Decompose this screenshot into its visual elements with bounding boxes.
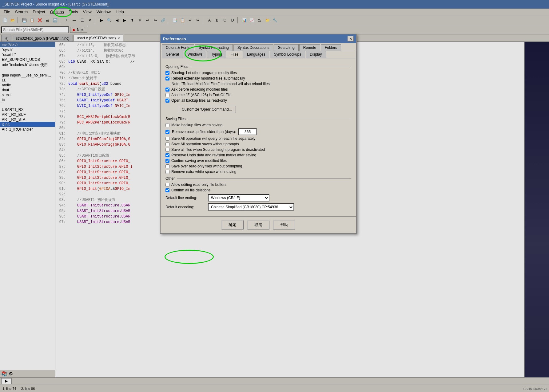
cb-preserve-undo-row: Preserve Undo data and revision marks af… xyxy=(165,153,351,157)
cb-assume-eof-row: Assume ^Z (ASCII 26) is End-Of-File xyxy=(165,93,351,97)
cb-remove-backup[interactable] xyxy=(165,130,169,134)
cb-save-all-query[interactable] xyxy=(165,137,169,141)
encoding-select[interactable]: Chinese Simplified (GB18030) CP:54936 UT… xyxy=(208,203,294,211)
tab-searching[interactable]: Searching xyxy=(274,44,299,51)
cb-confirm-deletions-row: Confirm all file deletions xyxy=(165,188,351,192)
preferences-dialog: Preferences ✕ Colors & Fonts Syntax Form… xyxy=(160,34,357,234)
tab-languages[interactable]: Languages xyxy=(243,51,269,58)
cb-save-all-query-row: Save All operation will query on each fi… xyxy=(165,136,351,141)
cb-confirm-saving-row: Confirm saving over modified files xyxy=(165,159,351,163)
saving-files-title: Saving Files xyxy=(165,117,185,121)
cb-remove-whitespace-label: Remove extra white space when saving xyxy=(171,170,236,174)
cb-save-readonly[interactable] xyxy=(165,164,169,168)
cb-make-backup-label: Make backup files when saving xyxy=(171,123,222,127)
cb-assume-eof-label: Assume ^Z (ASCII 26) is End-Of-File xyxy=(171,93,232,97)
other-line xyxy=(177,178,351,179)
customize-open-button[interactable]: Customize 'Open' Command... xyxy=(178,106,236,113)
remove-backup-row: Remove backup files older than (days): xyxy=(165,128,351,135)
cb-remove-whitespace[interactable] xyxy=(165,170,169,174)
backup-days-input[interactable] xyxy=(238,128,257,135)
dialog-title: Preferences xyxy=(163,37,348,41)
encoding-label: Default encoding: xyxy=(165,205,205,209)
dialog-tabs-row1: Colors & Fonts Syntax Formatting Syntax … xyxy=(161,43,356,51)
cb-allow-edit-readonly-row: Allow editing read-only file buffers xyxy=(165,182,351,187)
customize-btn-container: Customize 'Open' Command... xyxy=(172,104,351,114)
help-button[interactable]: 帮助 xyxy=(273,220,295,229)
dialog-content: Opening Files Sharing: Let other program… xyxy=(161,58,356,216)
reload-note: Note: "Reload Modified Files" command wi… xyxy=(172,82,351,86)
cb-remove-whitespace-row: Remove extra white space when saving xyxy=(165,170,351,174)
line-ending-select[interactable]: Windows (CR/LF) Unix (LF) Mac (CR) xyxy=(208,194,269,202)
cb-confirm-saving[interactable] xyxy=(165,159,169,163)
cb-reload-auto[interactable] xyxy=(165,76,169,80)
tab-files[interactable]: Files xyxy=(227,51,242,58)
cb-sharing-label: Sharing: Let other programs modify files xyxy=(171,71,237,75)
section-opening-files: Opening Files xyxy=(165,65,351,69)
cb-save-deactivate-label: Save all files when Source Insight progr… xyxy=(171,147,265,152)
line-ending-label: Default line ending: xyxy=(165,196,205,200)
cb-reload-auto-row: Reload externally modified files automat… xyxy=(165,76,351,80)
opening-files-title: Opening Files xyxy=(165,65,188,69)
cb-reload-auto-label: Reload externally modified files automat… xyxy=(171,76,245,80)
dialog-tabs-row2: General Windows Typing Files Languages S… xyxy=(161,51,356,58)
cancel-button[interactable]: 取消 xyxy=(247,220,269,229)
dialog-overlay: Preferences ✕ Colors & Fonts Syntax Form… xyxy=(0,0,549,392)
cb-sharing[interactable] xyxy=(165,71,169,75)
cb-assume-eof[interactable] xyxy=(165,93,169,97)
dialog-titlebar: Preferences ✕ xyxy=(161,34,356,43)
cb-open-backup-label: Open all backup files as read-only xyxy=(171,98,227,103)
default-encoding-row: Default encoding: Chinese Simplified (GB… xyxy=(165,203,351,211)
other-title: Other xyxy=(165,176,175,181)
section-saving-files: Saving Files xyxy=(165,117,351,121)
main-window: _SERVER Project - Source Insight 4.0 - [… xyxy=(0,0,549,392)
tab-remote[interactable]: Remote xyxy=(299,44,320,51)
cb-confirm-deletions[interactable] xyxy=(165,188,169,192)
tab-colors-fonts[interactable]: Colors & Fonts xyxy=(162,44,194,51)
section-other: Other xyxy=(165,176,351,181)
tab-display[interactable]: Display xyxy=(306,51,326,58)
cb-open-backup-row: Open all backup files as read-only xyxy=(165,98,351,103)
cb-save-deactivate-row: Save all files when Source Insight progr… xyxy=(165,147,351,152)
cb-save-readonly-row: Save over read-only files without prompt… xyxy=(165,164,351,168)
cb-confirm-saving-label: Confirm saving over modified files xyxy=(171,159,227,163)
tab-general[interactable]: General xyxy=(162,51,183,58)
cb-save-all-no-prompt[interactable] xyxy=(165,142,169,146)
tab-typing[interactable]: Typing xyxy=(207,51,226,58)
tab-syntax-decorations[interactable]: Syntax Decorations xyxy=(233,44,273,51)
cb-make-backup-row: Make backup files when saving xyxy=(165,123,351,127)
opening-files-line xyxy=(191,67,351,67)
cb-remove-backup-label: Remove backup files older than (days): xyxy=(172,130,236,134)
tab-windows[interactable]: Windows xyxy=(184,51,207,58)
cb-confirm-deletions-label: Confirm all file deletions xyxy=(171,188,210,192)
cb-sharing-row: Sharing: Let other programs modify files xyxy=(165,71,351,75)
cb-save-all-no-prompt-label: Save All operation saves without prompts xyxy=(171,142,239,146)
cb-allow-edit-readonly[interactable] xyxy=(165,183,169,187)
cb-allow-edit-readonly-label: Allow editing read-only file buffers xyxy=(171,182,226,187)
cb-preserve-undo[interactable] xyxy=(165,153,169,157)
cb-preserve-undo-label: Preserve Undo data and revision marks af… xyxy=(171,153,256,157)
cb-save-deactivate[interactable] xyxy=(165,148,169,152)
tab-symbol-lookups[interactable]: Symbol Lookups xyxy=(270,51,305,58)
dialog-close-button[interactable]: ✕ xyxy=(348,36,354,41)
cb-save-all-query-label: Save All operation will query on each fi… xyxy=(171,136,256,141)
cb-ask-reload[interactable] xyxy=(165,88,169,92)
cb-ask-reload-row: Ask before reloading modified files xyxy=(165,87,351,92)
cb-save-readonly-label: Save over read-only files without prompt… xyxy=(171,164,242,168)
cb-open-backup[interactable] xyxy=(165,99,169,103)
saving-files-line xyxy=(188,119,351,119)
cb-ask-reload-label: Ask before reloading modified files xyxy=(171,87,228,92)
tab-folders[interactable]: Folders xyxy=(321,44,341,51)
dialog-buttons: 确定 取消 帮助 xyxy=(161,216,356,233)
cb-save-all-no-prompt-row: Save All operation saves without prompts xyxy=(165,142,351,146)
tab-syntax-formatting[interactable]: Syntax Formatting xyxy=(195,44,233,51)
cb-make-backup[interactable] xyxy=(165,123,169,127)
ok-button[interactable]: 确定 xyxy=(221,220,244,229)
default-line-ending-row: Default line ending: Windows (CR/LF) Uni… xyxy=(165,194,351,202)
